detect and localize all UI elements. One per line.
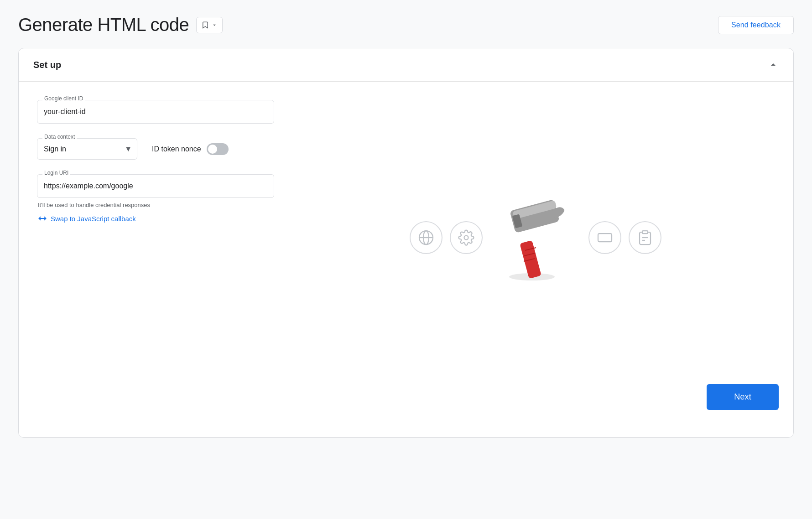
next-button-row: Next bbox=[292, 375, 779, 410]
keyboard-circle-icon bbox=[588, 221, 621, 254]
form-section: Google client ID Data context Sign in Si… bbox=[37, 100, 274, 419]
bookmark-icon bbox=[201, 21, 209, 29]
google-client-id-group: Google client ID bbox=[37, 100, 274, 124]
id-token-nonce-label: ID token nonce bbox=[152, 145, 201, 153]
illustration-row bbox=[410, 191, 661, 284]
svg-point-4 bbox=[464, 235, 468, 239]
swap-to-javascript-link[interactable]: Swap to JavaScript callback bbox=[37, 214, 274, 223]
swap-icon bbox=[38, 214, 47, 223]
card-section-title: Set up bbox=[33, 60, 61, 70]
data-context-label: Data context bbox=[42, 134, 77, 140]
illustration-area bbox=[410, 100, 661, 375]
card-body: Google client ID Data context Sign in Si… bbox=[19, 82, 793, 437]
id-token-nonce-toggle[interactable] bbox=[207, 143, 229, 155]
clipboard-icon bbox=[637, 229, 653, 246]
login-uri-group: Login URI bbox=[37, 174, 274, 198]
globe-circle-icon bbox=[410, 221, 442, 254]
settings-icon bbox=[458, 229, 474, 246]
bookmark-button[interactable] bbox=[196, 17, 223, 33]
visual-section: Next bbox=[292, 100, 779, 419]
clipboard-circle-icon bbox=[629, 221, 661, 254]
google-client-id-label: Google client ID bbox=[42, 95, 85, 102]
data-context-group: Data context Sign in Sign up Sign in wit… bbox=[37, 138, 137, 160]
login-uri-helper: It'll be used to handle credential respo… bbox=[37, 202, 274, 208]
settings-circle-icon bbox=[450, 221, 483, 254]
svg-rect-15 bbox=[642, 231, 648, 234]
hammer-illustration bbox=[499, 191, 572, 284]
toggle-slider bbox=[207, 143, 229, 155]
hammer-svg bbox=[499, 191, 572, 282]
context-nonce-row: Data context Sign in Sign up Sign in wit… bbox=[37, 138, 274, 160]
card-header: Set up bbox=[19, 48, 793, 82]
setup-card: Set up Google client ID Data context Sig… bbox=[18, 48, 794, 438]
next-button[interactable]: Next bbox=[707, 384, 779, 410]
id-token-nonce-group: ID token nonce bbox=[152, 143, 229, 155]
svg-rect-13 bbox=[598, 234, 612, 242]
swap-link-label: Swap to JavaScript callback bbox=[51, 215, 136, 223]
login-uri-section: Login URI It'll be used to handle creden… bbox=[37, 174, 274, 223]
data-context-select[interactable]: Sign in Sign up Sign in with Google bbox=[37, 138, 137, 160]
globe-icon bbox=[418, 229, 434, 246]
login-uri-input[interactable] bbox=[37, 174, 274, 198]
keyboard-icon bbox=[597, 229, 613, 246]
page-header: Generate HTML code Send feedback bbox=[18, 15, 794, 35]
google-client-id-input[interactable] bbox=[37, 100, 274, 124]
page-title: Generate HTML code bbox=[18, 15, 189, 35]
login-uri-label: Login URI bbox=[42, 170, 70, 176]
collapse-icon[interactable] bbox=[768, 59, 779, 70]
header-left: Generate HTML code bbox=[18, 15, 223, 35]
send-feedback-button[interactable]: Send feedback bbox=[718, 16, 794, 34]
chevron-down-small-icon bbox=[211, 22, 218, 28]
